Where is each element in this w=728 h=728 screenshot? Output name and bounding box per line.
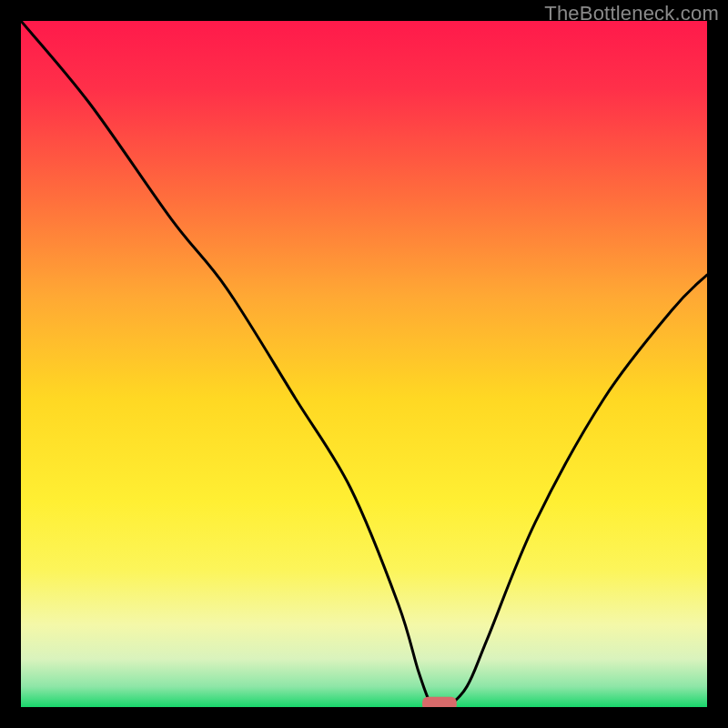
bottleneck-chart	[21, 21, 707, 707]
gradient-background	[21, 21, 707, 707]
optimal-point-marker	[422, 697, 457, 707]
plot-area	[21, 21, 707, 707]
chart-frame: TheBottleneck.com	[0, 0, 728, 728]
